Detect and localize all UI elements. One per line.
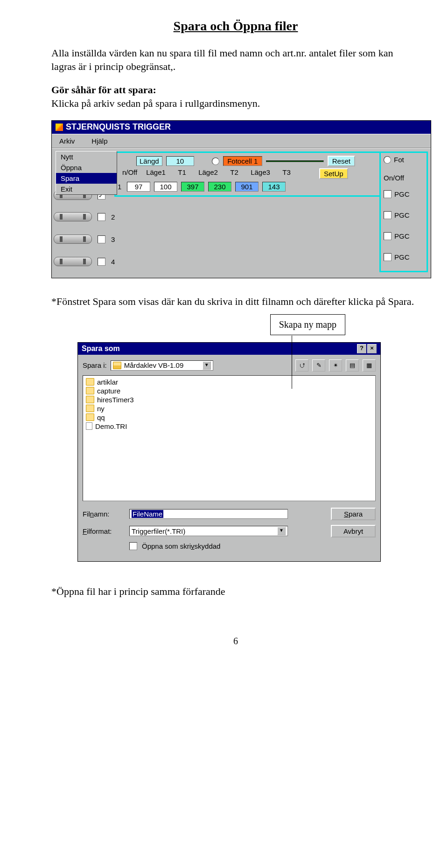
file-list[interactable]: artiklar capture hiresTimer3 ny qq Demo.…	[83, 375, 376, 501]
cell[interactable]: 97	[127, 182, 150, 192]
list-view-icon[interactable]: ▤	[346, 359, 359, 372]
col-lage2: Läge2	[197, 168, 219, 179]
pgc-check-4[interactable]	[384, 253, 392, 261]
fileformat-label: Filformat:	[83, 527, 125, 535]
right-panel: Fot On/Off PGC PGC PGC PGC	[379, 152, 428, 272]
row-num-3: 3	[111, 235, 115, 243]
radio-icon[interactable]	[212, 158, 219, 165]
readonly-label: Öppna som skrivskyddad	[142, 542, 220, 550]
window-title: STJERNQUISTS TRIGGER	[66, 122, 171, 132]
reset-button[interactable]: Reset	[328, 156, 355, 166]
save-button[interactable]: Spara	[331, 508, 376, 520]
row-num-2: 2	[111, 213, 115, 221]
filename-label: Filnamn:	[83, 510, 125, 518]
row-check-2[interactable]	[98, 213, 105, 221]
row-num-4: 4	[111, 258, 115, 266]
title-bar: STJERNQUISTS TRIGGER	[52, 121, 431, 134]
instruction-paragraph: Gör såhär för att spara: Klicka på arkiv…	[51, 83, 420, 110]
fileformat-combo[interactable]: Triggerfiler(*.TRI) ▼	[129, 526, 288, 536]
chevron-down-icon[interactable]: ▼	[203, 361, 211, 370]
page-number: 6	[51, 636, 420, 647]
pgc-label-4: PGC	[394, 253, 410, 261]
arkiv-dropdown: Nytt Öppna Spara Exit	[56, 151, 117, 195]
desktop-icon[interactable]: ✎	[312, 359, 325, 372]
callout-skapa-ny-mapp: Skapa ny mapp	[270, 314, 345, 335]
col-t2: T2	[223, 168, 245, 179]
cell[interactable]: 230	[208, 182, 231, 192]
list-item[interactable]: ny	[85, 404, 373, 413]
up-one-level-icon[interactable]: ⮍	[295, 359, 308, 372]
page-title: Spara och Öppna filer	[51, 19, 420, 34]
fotocell-display	[266, 160, 324, 162]
row-check-4[interactable]	[98, 258, 105, 266]
slider-icon[interactable]	[54, 234, 92, 244]
cancel-button[interactable]: Avbryt	[331, 525, 376, 537]
new-folder-icon[interactable]: ✴	[329, 359, 342, 372]
col-noff: n/Off	[119, 168, 141, 179]
col-lage3: Läge3	[249, 168, 272, 179]
col-t1: T1	[171, 168, 193, 179]
fot-label: Fot	[394, 156, 404, 164]
row-num-1: 1	[118, 183, 123, 191]
list-item[interactable]: capture	[85, 386, 373, 395]
langd-value[interactable]: 10	[166, 156, 194, 166]
pgc-label-3: PGC	[394, 232, 410, 240]
folder-icon	[86, 405, 94, 412]
pgc-check-2[interactable]	[384, 211, 392, 219]
folder-icon	[86, 413, 94, 421]
filename-input[interactable]: FileName	[129, 509, 288, 519]
dialog-title-bar: Spara som ? ×	[78, 343, 380, 355]
col-t3: T3	[275, 168, 298, 179]
fotocell-label: Fotocell 1	[223, 156, 262, 166]
cell[interactable]: 143	[262, 182, 286, 192]
menu-hjalp[interactable]: Hjälp	[89, 136, 110, 146]
close-button[interactable]: ×	[367, 344, 377, 353]
folder-icon	[86, 396, 94, 403]
menu-exit[interactable]: Exit	[56, 184, 117, 194]
save-in-value: Mårdaklev VB-1.09	[124, 361, 184, 369]
pgc-check-1[interactable]	[384, 190, 392, 198]
menu-spara[interactable]: Spara	[56, 173, 117, 184]
menu-oppna[interactable]: Öppna	[56, 162, 117, 173]
pgc-label-2: PGC	[394, 211, 410, 219]
col-lage1: Läge1	[145, 168, 167, 179]
readonly-checkbox[interactable]	[129, 542, 137, 550]
menu-nytt[interactable]: Nytt	[56, 152, 117, 162]
langd-label: Längd	[136, 156, 162, 166]
list-item[interactable]: artiklar	[85, 378, 373, 386]
cell[interactable]: 397	[181, 182, 204, 192]
slider-icon[interactable]	[54, 257, 92, 266]
save-in-combo[interactable]: Mårdaklev VB-1.09 ▼	[111, 360, 213, 371]
details-view-icon[interactable]: ▦	[363, 359, 376, 372]
paragraph-spara-som: *Fönstret Spara som visas där kan du skr…	[51, 295, 420, 309]
dialog-title: Spara som	[82, 344, 120, 353]
chevron-down-icon[interactable]: ▼	[277, 527, 286, 535]
folder-icon	[86, 387, 94, 394]
save-as-dialog: Spara som ? × Spara i: Mårdaklev VB-1.09…	[77, 342, 381, 562]
slider-icon[interactable]	[54, 212, 92, 221]
radio-icon[interactable]	[384, 156, 391, 164]
list-item[interactable]: hiresTimer3	[85, 395, 373, 404]
folder-open-icon	[113, 362, 121, 369]
save-in-label: Spara i:	[83, 361, 107, 369]
callout-line	[292, 336, 292, 389]
row-check-3[interactable]	[98, 235, 105, 243]
app-icon	[56, 124, 63, 131]
cell[interactable]: 901	[235, 182, 259, 192]
file-icon	[86, 422, 92, 430]
fileformat-value: Triggerfiler(*.TRI)	[132, 527, 185, 535]
pgc-label-1: PGC	[394, 190, 410, 198]
menu-arkiv[interactable]: Arkiv	[56, 136, 77, 146]
cell[interactable]: 100	[154, 182, 177, 192]
help-button[interactable]: ?	[357, 344, 366, 353]
list-item[interactable]: Demo.TRI	[85, 422, 373, 431]
onoff-header: On/Off	[384, 174, 404, 182]
folder-icon	[86, 378, 94, 386]
paragraph-oppna: *Öppna fil har i princip samma förfarand…	[51, 585, 420, 599]
trigger-window: STJERNQUISTS TRIGGER Arkiv Hjälp Nytt Öp…	[51, 120, 431, 278]
list-item[interactable]: qq	[85, 413, 373, 422]
intro-paragraph: Alla inställda värden kan nu spara till …	[51, 47, 420, 73]
setup-button[interactable]: SetUp	[319, 168, 348, 179]
menu-bar: Arkiv Hjälp	[52, 134, 431, 148]
pgc-check-3[interactable]	[384, 232, 392, 240]
